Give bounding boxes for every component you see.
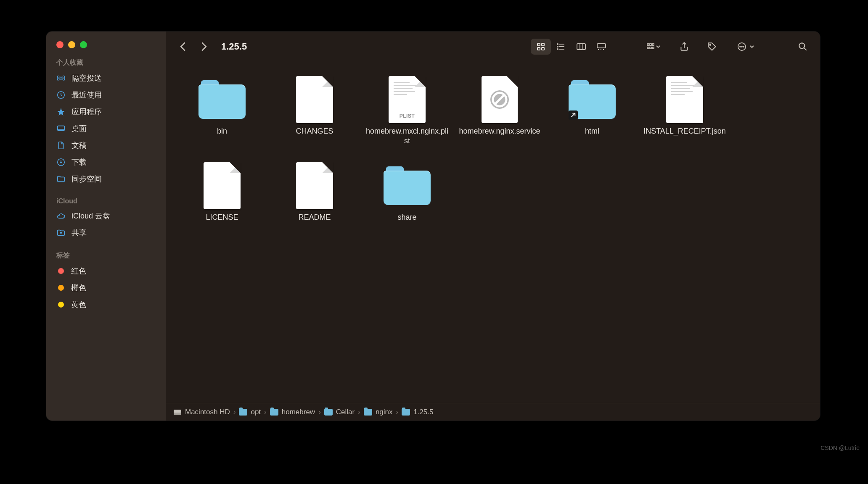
icon-container xyxy=(290,75,339,124)
sidebar-tag-yellow[interactable]: 黄色 xyxy=(46,296,166,313)
sidebar-item-label: 桌面 xyxy=(71,124,87,134)
icloud-section: iCloud iCloud 云盘 共享 xyxy=(46,187,166,241)
svg-rect-15 xyxy=(650,44,651,45)
gallery-view-button[interactable] xyxy=(591,39,611,55)
sidebar-item-sync[interactable]: 同步空间 xyxy=(46,171,166,187)
svg-rect-8 xyxy=(542,47,544,50)
window-controls xyxy=(46,32,166,48)
item-label: homebrew.nginx.service xyxy=(459,126,540,136)
breadcrumb-label: 1.25.5 xyxy=(413,408,433,416)
file-item[interactable]: html xyxy=(546,72,638,153)
file-item[interactable]: CHANGES xyxy=(268,72,361,153)
close-button[interactable] xyxy=(56,41,64,48)
items-grid: binCHANGESPLISThomebrew.mxcl.nginx.plist… xyxy=(176,72,810,229)
folder-icon xyxy=(324,409,333,416)
zoom-button[interactable] xyxy=(80,41,87,48)
file-item[interactable]: README xyxy=(268,158,361,229)
file-item[interactable]: LICENSE xyxy=(176,158,268,229)
folder-icon xyxy=(239,409,247,416)
folder-icon xyxy=(384,166,431,205)
chevron-right-icon: › xyxy=(264,408,267,416)
window-title: 1.25.5 xyxy=(221,41,247,52)
sidebar-item-shared[interactable]: 共享 xyxy=(46,224,166,241)
chevron-right-icon: › xyxy=(318,408,321,416)
view-switcher xyxy=(531,39,611,55)
path-bar: Macintosh HD›opt›homebrew›Cellar›nginx›1… xyxy=(166,403,820,421)
svg-point-0 xyxy=(60,77,62,79)
sidebar-tag-orange[interactable]: 橙色 xyxy=(46,279,166,296)
breadcrumb-item[interactable]: opt xyxy=(239,408,261,416)
sidebar-item-downloads[interactable]: 下载 xyxy=(46,154,166,171)
share-button[interactable] xyxy=(679,41,690,52)
finder-window: 个人收藏 隔空投送 最近使用 应用程序 桌面 文稿 xyxy=(46,32,820,421)
item-label: share xyxy=(397,213,416,222)
sidebar-item-airdrop[interactable]: 隔空投送 xyxy=(46,70,166,87)
file-icon xyxy=(296,76,333,123)
nav-buttons xyxy=(177,42,214,52)
minimize-button[interactable] xyxy=(68,41,75,48)
breadcrumb-label: nginx xyxy=(376,408,393,416)
breadcrumb-item[interactable]: Cellar xyxy=(324,408,355,416)
item-label: README xyxy=(298,213,331,222)
icon-view-button[interactable] xyxy=(531,39,551,55)
svg-rect-12 xyxy=(577,44,585,50)
sidebar-tag-red[interactable]: 红色 xyxy=(46,263,166,279)
file-item[interactable]: homebrew.nginx.service xyxy=(453,72,546,153)
main-area: 1.25.5 xyxy=(166,32,820,421)
breadcrumb-item[interactable]: 1.25.5 xyxy=(402,408,433,416)
forward-button[interactable] xyxy=(200,42,208,52)
gallery-icon xyxy=(596,42,607,52)
desktop-icon xyxy=(56,124,66,133)
folder-icon xyxy=(364,409,372,416)
breadcrumb-item[interactable]: nginx xyxy=(364,408,393,416)
sidebar-item-desktop[interactable]: 桌面 xyxy=(46,120,166,137)
svg-point-24 xyxy=(743,46,744,47)
icon-container xyxy=(198,161,246,210)
group-icon xyxy=(646,42,661,52)
content-area[interactable]: binCHANGESPLISThomebrew.mxcl.nginx.plist… xyxy=(166,62,820,403)
chevron-right-icon: › xyxy=(233,408,236,416)
sidebar-item-label: 共享 xyxy=(71,228,87,238)
toolbar: 1.25.5 xyxy=(166,32,820,62)
column-view-button[interactable] xyxy=(571,39,591,55)
file-item[interactable]: share xyxy=(361,158,453,229)
svg-rect-18 xyxy=(650,47,651,49)
sidebar-item-label: 红色 xyxy=(71,266,86,276)
item-label: bin xyxy=(217,126,227,136)
svg-point-20 xyxy=(709,44,711,45)
breadcrumb-label: Cellar xyxy=(336,408,355,416)
item-label: html xyxy=(585,126,599,136)
sidebar-item-recents[interactable]: 最近使用 xyxy=(46,87,166,103)
svg-point-22 xyxy=(740,46,741,47)
breadcrumb-item[interactable]: homebrew xyxy=(270,408,315,416)
sidebar-item-icloud-drive[interactable]: iCloud 云盘 xyxy=(46,208,166,224)
svg-point-9 xyxy=(557,44,558,45)
file-item[interactable]: bin xyxy=(176,72,268,153)
tag-dot-icon xyxy=(58,268,64,274)
download-icon xyxy=(56,158,66,167)
chevron-right-icon: › xyxy=(358,408,360,416)
svg-rect-5 xyxy=(537,43,540,46)
file-icon xyxy=(204,162,241,209)
more-button[interactable] xyxy=(734,39,757,55)
list-icon xyxy=(556,42,566,52)
icon-container: PLIST xyxy=(383,75,431,124)
breadcrumb-item[interactable]: Macintosh HD xyxy=(173,408,230,416)
folder-icon xyxy=(56,174,66,184)
list-view-button[interactable] xyxy=(551,39,571,55)
sidebar-item-documents[interactable]: 文稿 xyxy=(46,137,166,154)
tags-section: 标签 红色 橙色 黄色 xyxy=(46,241,166,313)
sidebar-item-applications[interactable]: 应用程序 xyxy=(46,103,166,120)
sidebar-item-label: 下载 xyxy=(71,157,87,167)
hd-icon xyxy=(173,408,182,416)
search-button[interactable] xyxy=(797,41,808,52)
back-button[interactable] xyxy=(179,42,187,52)
svg-point-10 xyxy=(557,46,558,47)
group-button[interactable] xyxy=(643,39,664,55)
breadcrumb-label: Macintosh HD xyxy=(185,408,230,416)
item-label: INSTALL_RECEIPT.json xyxy=(643,126,726,136)
file-item[interactable]: PLISThomebrew.mxcl.nginx.plist xyxy=(361,72,453,153)
tag-button[interactable] xyxy=(707,41,717,52)
icon-container xyxy=(198,75,246,124)
file-item[interactable]: INSTALL_RECEIPT.json xyxy=(638,72,731,153)
